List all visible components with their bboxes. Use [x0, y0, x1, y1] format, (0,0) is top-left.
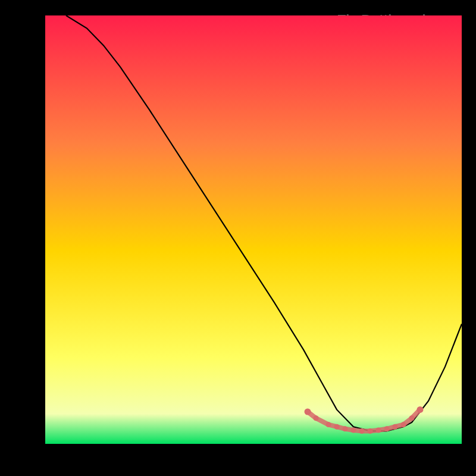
optimal-dot — [368, 428, 373, 434]
chart-frame: TheBottleneck.com — [24, 12, 464, 464]
optimal-dot — [384, 426, 390, 431]
optimal-dot — [305, 409, 311, 415]
optimal-dot — [393, 424, 398, 430]
optimal-dot — [409, 415, 415, 421]
optimal-dot — [343, 426, 348, 431]
plot-area — [45, 15, 462, 444]
optimal-dot — [314, 415, 319, 421]
optimal-dot — [401, 422, 406, 427]
optimal-dot — [326, 422, 331, 427]
chart-svg — [45, 15, 462, 444]
optimal-dot — [359, 428, 365, 434]
optimal-dot — [334, 424, 340, 430]
optimal-dot — [417, 406, 424, 413]
optimal-dot — [351, 428, 356, 433]
optimal-dot — [376, 428, 381, 433]
gradient-background — [45, 15, 462, 444]
